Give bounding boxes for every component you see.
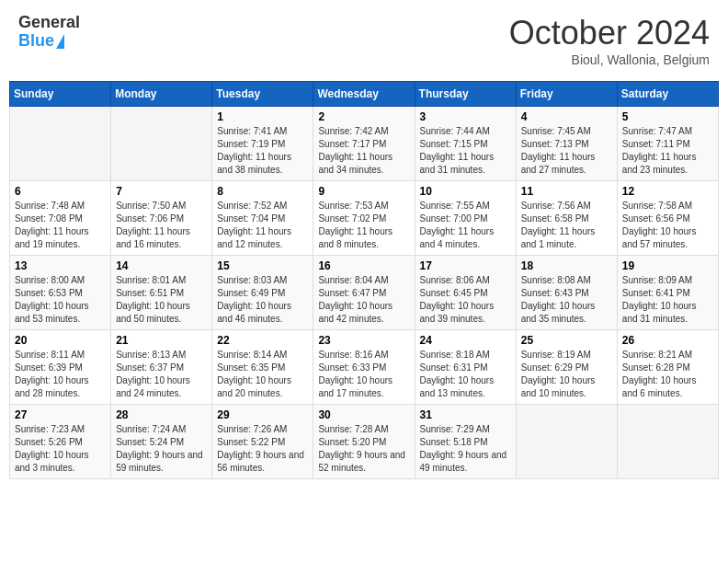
logo-general-text: General [18,14,80,32]
day-info: Sunrise: 7:23 AMSunset: 5:26 PMDaylight:… [15,423,106,475]
calendar-cell: 29Sunrise: 7:26 AMSunset: 5:22 PMDayligh… [212,405,313,479]
day-number: 5 [622,110,713,123]
day-number: 12 [622,185,713,198]
day-info: Sunrise: 7:52 AMSunset: 7:04 PMDaylight:… [217,200,308,251]
logo-block: General Blue [18,14,80,51]
day-info: Sunrise: 8:13 AMSunset: 6:37 PMDaylight:… [116,349,207,400]
calendar-cell: 5Sunrise: 7:47 AMSunset: 7:11 PMDaylight… [617,107,718,181]
calendar-cell: 23Sunrise: 8:16 AMSunset: 6:33 PMDayligh… [313,330,415,405]
calendar-week-row: 6Sunrise: 7:48 AMSunset: 7:08 PMDaylight… [10,181,719,256]
day-number: 23 [318,334,409,347]
day-info: Sunrise: 7:29 AMSunset: 5:18 PMDaylight:… [420,423,511,475]
calendar-cell: 16Sunrise: 8:04 AMSunset: 6:47 PMDayligh… [313,256,415,330]
day-info: Sunrise: 7:41 AMSunset: 7:19 PMDaylight:… [217,125,308,177]
calendar-cell: 2Sunrise: 7:42 AMSunset: 7:17 PMDaylight… [313,107,415,181]
day-number: 3 [420,110,511,123]
calendar-cell: 11Sunrise: 7:56 AMSunset: 6:58 PMDayligh… [516,181,617,256]
location-subtitle: Bioul, Wallonia, Belgium [509,52,710,67]
title-block: October 2024 Bioul, Wallonia, Belgium [509,14,710,67]
day-info: Sunrise: 8:09 AMSunset: 6:41 PMDaylight:… [622,274,713,326]
calendar-cell: 13Sunrise: 8:00 AMSunset: 6:53 PMDayligh… [10,256,111,330]
day-info: Sunrise: 7:24 AMSunset: 5:24 PMDaylight:… [116,423,207,475]
month-title: October 2024 [509,14,710,52]
calendar-table: SundayMondayTuesdayWednesdayThursdayFrid… [9,81,719,479]
calendar-cell: 7Sunrise: 7:50 AMSunset: 7:06 PMDaylight… [111,181,212,256]
calendar-cell: 3Sunrise: 7:44 AMSunset: 7:15 PMDaylight… [415,107,516,181]
day-number: 6 [15,185,106,198]
day-info: Sunrise: 7:48 AMSunset: 7:08 PMDaylight:… [15,200,106,251]
calendar-cell: 18Sunrise: 8:08 AMSunset: 6:43 PMDayligh… [516,256,617,330]
day-info: Sunrise: 8:01 AMSunset: 6:51 PMDaylight:… [116,274,207,326]
logo-blue-text: Blue [18,32,54,51]
calendar-cell: 12Sunrise: 7:58 AMSunset: 6:56 PMDayligh… [617,181,718,256]
calendar-cell [10,107,111,181]
header: General Blue October 2024 Bioul, Walloni… [9,9,719,72]
calendar-cell: 17Sunrise: 8:06 AMSunset: 6:45 PMDayligh… [415,256,516,330]
calendar-cell: 9Sunrise: 7:53 AMSunset: 7:02 PMDaylight… [313,181,415,256]
calendar-cell: 31Sunrise: 7:29 AMSunset: 5:18 PMDayligh… [415,405,516,479]
day-number: 1 [217,110,308,123]
day-number: 31 [420,408,511,421]
calendar-cell [111,107,212,181]
day-number: 14 [116,259,207,272]
calendar-cell: 26Sunrise: 8:21 AMSunset: 6:28 PMDayligh… [617,330,718,405]
calendar-cell: 28Sunrise: 7:24 AMSunset: 5:24 PMDayligh… [111,405,212,479]
calendar-cell [617,405,718,479]
weekday-header-sunday: Sunday [10,82,111,107]
day-info: Sunrise: 8:11 AMSunset: 6:39 PMDaylight:… [15,349,106,400]
day-info: Sunrise: 7:53 AMSunset: 7:02 PMDaylight:… [318,200,409,251]
day-number: 15 [217,259,308,272]
calendar-cell: 1Sunrise: 7:41 AMSunset: 7:19 PMDaylight… [212,107,313,181]
day-number: 22 [217,334,308,347]
day-info: Sunrise: 7:45 AMSunset: 7:13 PMDaylight:… [521,125,612,177]
day-info: Sunrise: 8:03 AMSunset: 6:49 PMDaylight:… [217,274,308,326]
day-number: 28 [116,408,207,421]
day-number: 26 [622,334,713,347]
weekday-header-monday: Monday [111,82,212,107]
day-info: Sunrise: 8:18 AMSunset: 6:31 PMDaylight:… [420,349,511,400]
weekday-header-tuesday: Tuesday [212,82,313,107]
weekday-header-friday: Friday [516,82,617,107]
day-number: 9 [318,185,409,198]
day-number: 24 [420,334,511,347]
day-info: Sunrise: 7:28 AMSunset: 5:20 PMDaylight:… [318,423,409,475]
day-info: Sunrise: 8:21 AMSunset: 6:28 PMDaylight:… [622,349,713,400]
calendar-cell: 19Sunrise: 8:09 AMSunset: 6:41 PMDayligh… [617,256,718,330]
day-number: 21 [116,334,207,347]
weekday-header-thursday: Thursday [415,82,516,107]
day-info: Sunrise: 7:58 AMSunset: 6:56 PMDaylight:… [622,200,713,251]
calendar-cell: 8Sunrise: 7:52 AMSunset: 7:04 PMDaylight… [212,181,313,256]
day-info: Sunrise: 7:42 AMSunset: 7:17 PMDaylight:… [318,125,409,177]
calendar-cell: 21Sunrise: 8:13 AMSunset: 6:37 PMDayligh… [111,330,212,405]
day-number: 11 [521,185,612,198]
day-number: 13 [15,259,106,272]
calendar-week-row: 13Sunrise: 8:00 AMSunset: 6:53 PMDayligh… [10,256,719,330]
day-info: Sunrise: 7:56 AMSunset: 6:58 PMDaylight:… [521,200,612,251]
day-number: 2 [318,110,409,123]
calendar-cell: 20Sunrise: 8:11 AMSunset: 6:39 PMDayligh… [10,330,111,405]
logo-triangle-icon [56,34,64,49]
calendar-week-row: 27Sunrise: 7:23 AMSunset: 5:26 PMDayligh… [10,405,719,479]
day-number: 19 [622,259,713,272]
calendar-cell: 27Sunrise: 7:23 AMSunset: 5:26 PMDayligh… [10,405,111,479]
weekday-header-saturday: Saturday [617,82,718,107]
day-info: Sunrise: 8:06 AMSunset: 6:45 PMDaylight:… [420,274,511,326]
day-info: Sunrise: 7:50 AMSunset: 7:06 PMDaylight:… [116,200,207,251]
day-number: 20 [15,334,106,347]
calendar-cell: 6Sunrise: 7:48 AMSunset: 7:08 PMDaylight… [10,181,111,256]
calendar-cell: 22Sunrise: 8:14 AMSunset: 6:35 PMDayligh… [212,330,313,405]
calendar-cell: 14Sunrise: 8:01 AMSunset: 6:51 PMDayligh… [111,256,212,330]
day-number: 29 [217,408,308,421]
calendar-week-row: 20Sunrise: 8:11 AMSunset: 6:39 PMDayligh… [10,330,719,405]
day-info: Sunrise: 7:26 AMSunset: 5:22 PMDaylight:… [217,423,308,475]
day-number: 8 [217,185,308,198]
day-number: 16 [318,259,409,272]
day-number: 18 [521,259,612,272]
page-container: General Blue October 2024 Bioul, Walloni… [9,9,719,479]
calendar-cell: 25Sunrise: 8:19 AMSunset: 6:29 PMDayligh… [516,330,617,405]
weekday-header-row: SundayMondayTuesdayWednesdayThursdayFrid… [10,82,719,107]
day-number: 7 [116,185,207,198]
calendar-cell: 30Sunrise: 7:28 AMSunset: 5:20 PMDayligh… [313,405,415,479]
day-info: Sunrise: 8:08 AMSunset: 6:43 PMDaylight:… [521,274,612,326]
day-info: Sunrise: 7:55 AMSunset: 7:00 PMDaylight:… [420,200,511,251]
